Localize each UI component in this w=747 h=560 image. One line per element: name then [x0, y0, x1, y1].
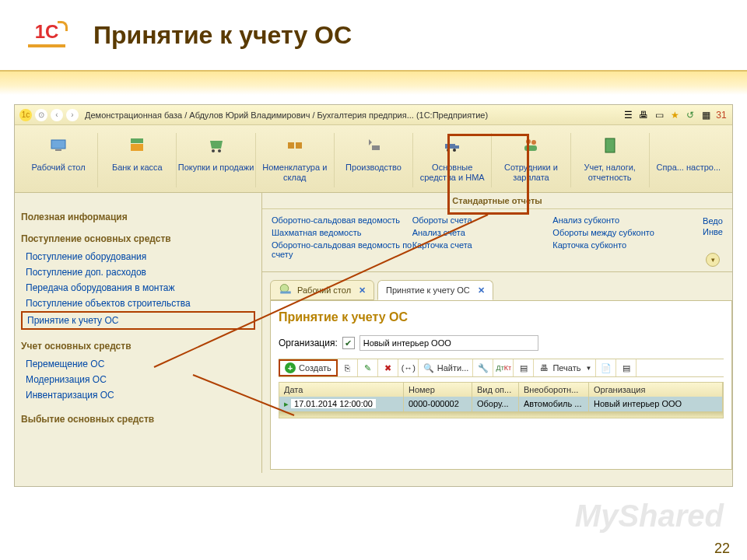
list-icon: ▤: [518, 362, 529, 373]
nav-fwd-icon[interactable]: ›: [66, 109, 79, 121]
fav-icon[interactable]: ★: [668, 108, 682, 122]
nav-back-icon[interactable]: ‹: [51, 109, 63, 121]
sidebar-link[interactable]: Поступление объектов строительства: [21, 296, 255, 311]
sidebar-useful[interactable]: Полезная информация: [21, 212, 255, 222]
sidebar-link[interactable]: Поступление оборудования: [21, 249, 255, 264]
sidebar-group-receipt: Поступление основных средств: [21, 233, 255, 244]
chevron-down-icon: ▼: [585, 365, 591, 372]
report-link[interactable]: Карточка субконто: [552, 239, 693, 251]
history-icon[interactable]: ↺: [683, 108, 697, 122]
section-toolbar: Рабочий стол Банк и касса Покупки и прод…: [15, 125, 732, 193]
report-link[interactable]: Шахматная ведомость: [272, 226, 412, 239]
wrench-icon: 🔧: [478, 362, 489, 373]
dropdown-icon[interactable]: ☰: [621, 108, 635, 122]
col-org[interactable]: Организация: [589, 383, 723, 397]
print-icon[interactable]: 🖶: [637, 108, 651, 122]
dtkt-button[interactable]: ДтКт: [494, 359, 514, 376]
expand-btn[interactable]: ▾: [706, 253, 720, 267]
titlebar-text: Демонстрационная база / Абдулов Юрий Вла…: [85, 110, 488, 120]
list2-button[interactable]: ▤: [617, 359, 637, 376]
section-nomenclature[interactable]: Номенклатура и склад: [256, 133, 335, 187]
table-row[interactable]: ▸ 17.01.2014 12:00:00 0000-000002 Обору.…: [279, 397, 723, 411]
lines-icon: ▤: [621, 362, 632, 373]
find-button[interactable]: 🔍Найти...: [419, 359, 474, 376]
report-link[interactable]: Обороты счета: [412, 214, 553, 226]
reports-grid: Оборотно-сальдовая ведомость Шахматная в…: [262, 209, 732, 272]
delete-button[interactable]: ✖: [379, 359, 398, 376]
calendar-icon[interactable]: 31: [714, 108, 728, 122]
pencil-icon: ✎: [363, 362, 374, 373]
sidebar-link[interactable]: Передача оборудования в монтаж: [21, 280, 255, 296]
sidebar: Полезная информация Поступление основных…: [15, 193, 262, 473]
desktop-icon: [279, 283, 293, 297]
svg-rect-1: [55, 149, 61, 151]
col-operation[interactable]: Вид оп...: [472, 383, 519, 397]
clear-filter-button[interactable]: 🔧: [474, 359, 493, 376]
section-reference[interactable]: Спра... настро...: [650, 133, 728, 187]
highlight-fixed-assets: [447, 134, 529, 215]
col-number[interactable]: Номер: [404, 383, 472, 397]
sidebar-link[interactable]: Перемещение ОС: [21, 356, 255, 372]
report-link[interactable]: Обороты между субконто: [552, 226, 693, 239]
col-date[interactable]: Дата: [279, 383, 404, 397]
print-icon: 🖶: [538, 362, 549, 373]
app-logo-icon: 1c: [19, 109, 32, 121]
tab-desktop[interactable]: Рабочий стол ✕: [270, 280, 374, 300]
col-asset[interactable]: Внеоборотн...: [519, 383, 589, 397]
tab-accept-os[interactable]: Принятие к учету ОС ✕: [377, 280, 493, 300]
report-link[interactable]: Ведо: [703, 216, 723, 226]
sidebar-group-account: Учет основных средств: [21, 341, 255, 352]
calc-icon[interactable]: ▦: [699, 108, 713, 122]
screenshot-frame: 1c ⊙ ‹ › Демонстрационная база / Абдулов…: [14, 104, 733, 487]
sidebar-link[interactable]: Поступление доп. расходов: [21, 264, 255, 280]
copy-icon: ⎘: [342, 362, 353, 373]
org-input[interactable]: [359, 335, 538, 351]
svg-rect-7: [296, 142, 302, 149]
svg-point-17: [280, 285, 289, 293]
report-link[interactable]: Карточка счета: [412, 239, 553, 251]
section-accounting[interactable]: Учет, налоги, отчетность: [571, 133, 650, 187]
search-icon: 🔍: [423, 362, 434, 373]
sidebar-group-disposal: Выбытие основных средств: [21, 414, 255, 425]
panel-title: Принятие к учету ОС: [279, 310, 724, 324]
close-icon[interactable]: ✕: [359, 285, 366, 296]
status-icon: ▸: [284, 399, 289, 408]
copy-button[interactable]: ⎘: [338, 359, 358, 376]
slide-title: Принятие к учету ОС: [93, 23, 352, 47]
org-checkbox[interactable]: ✔: [342, 337, 355, 349]
report-link[interactable]: Инве: [703, 227, 723, 236]
edit-button[interactable]: ✎: [359, 359, 378, 376]
svg-point-14: [531, 140, 536, 145]
document-panel: Принятие к учету ОС Организация: ✔ + Соз…: [270, 300, 732, 470]
sidebar-link[interactable]: Модернизация ОС: [21, 372, 255, 387]
svg-rect-3: [131, 138, 143, 143]
interval-icon: (↔): [403, 362, 414, 373]
document-icon: 📄: [601, 362, 612, 373]
report-link[interactable]: Оборотно-сальдовая ведомость по счету: [272, 239, 412, 261]
sidebar-link-accept-os[interactable]: Принятие к учету ОС: [21, 311, 255, 330]
svg-rect-2: [131, 144, 143, 151]
nav-circle-icon[interactable]: ⊙: [35, 109, 47, 121]
report-link[interactable]: Анализ счета: [412, 226, 553, 239]
report-link[interactable]: Анализ субконто: [552, 214, 693, 226]
window-titlebar: 1c ⊙ ‹ › Демонстрационная база / Абдулов…: [15, 105, 732, 125]
report-link[interactable]: Оборотно-сальдовая ведомость: [272, 214, 412, 226]
section-production[interactable]: Производство: [335, 133, 413, 187]
org-label: Организация:: [279, 338, 338, 348]
create-button[interactable]: + Создать: [279, 359, 338, 376]
more-button[interactable]: ▤: [514, 359, 534, 376]
section-purchases[interactable]: Покупки и продажи: [177, 133, 255, 187]
svg-rect-16: [605, 138, 615, 152]
tabs: Рабочий стол ✕ Принятие к учету ОС ✕: [262, 272, 732, 300]
section-desktop[interactable]: Рабочий стол: [19, 133, 98, 187]
watermark: MyShared: [575, 499, 724, 534]
sidebar-link[interactable]: Инвентаризация ОС: [21, 387, 255, 403]
svg-point-5: [218, 149, 221, 152]
dtkt-icon: ДтКт: [498, 362, 509, 373]
print-button[interactable]: 🖶 Печать ▼: [535, 359, 596, 376]
section-bank[interactable]: Банк и касса: [98, 133, 177, 187]
doc-button[interactable]: 📄: [597, 359, 616, 376]
interval-button[interactable]: (↔): [399, 359, 419, 376]
window-icon[interactable]: ▭: [652, 108, 666, 122]
close-icon[interactable]: ✕: [478, 285, 485, 296]
